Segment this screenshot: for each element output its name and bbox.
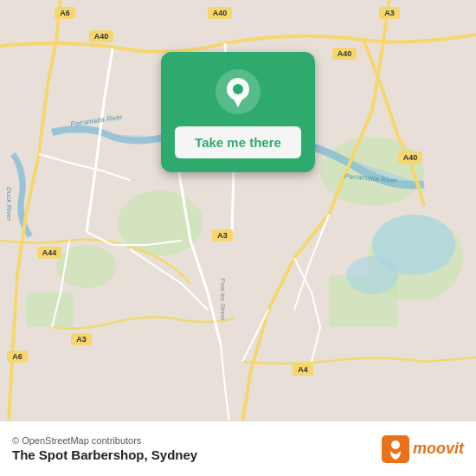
svg-text:A40: A40 <box>338 49 352 58</box>
svg-text:A6: A6 <box>12 352 23 361</box>
app: A6 A40 A40 A3 A40 A40 A3 A44 A3 <box>0 0 476 476</box>
svg-rect-7 <box>26 293 74 327</box>
svg-text:A4: A4 <box>298 365 308 374</box>
place-name: The Spot Barbershop, Sydney <box>12 447 197 462</box>
svg-point-41 <box>391 441 400 449</box>
svg-text:A3: A3 <box>384 9 395 17</box>
bottom-info: © OpenStreetMap contributors The Spot Ba… <box>12 435 197 462</box>
moovit-icon-svg <box>382 435 409 463</box>
svg-text:A40: A40 <box>94 32 109 41</box>
svg-text:Pow les Street: Pow les Street <box>219 279 227 321</box>
svg-text:A3: A3 <box>217 231 228 240</box>
svg-text:Duck River: Duck River <box>5 187 13 221</box>
svg-point-9 <box>346 256 398 294</box>
svg-text:A40: A40 <box>213 9 228 17</box>
moovit-logo: moovit <box>382 435 464 463</box>
osm-attribution: © OpenStreetMap contributors <box>12 435 197 446</box>
svg-text:A6: A6 <box>60 9 70 17</box>
svg-text:A3: A3 <box>76 335 87 344</box>
location-pin-icon <box>215 69 261 114</box>
map-container: A6 A40 A40 A3 A40 A40 A3 A44 A3 <box>0 0 476 421</box>
location-card: Take me there <box>161 52 315 172</box>
svg-text:A40: A40 <box>403 153 418 162</box>
svg-point-38 <box>233 84 243 94</box>
svg-text:A44: A44 <box>42 248 57 257</box>
moovit-label: moovit <box>413 440 464 458</box>
bottom-bar: © OpenStreetMap contributors The Spot Ba… <box>0 421 476 476</box>
take-me-there-button[interactable]: Take me there <box>175 126 301 158</box>
